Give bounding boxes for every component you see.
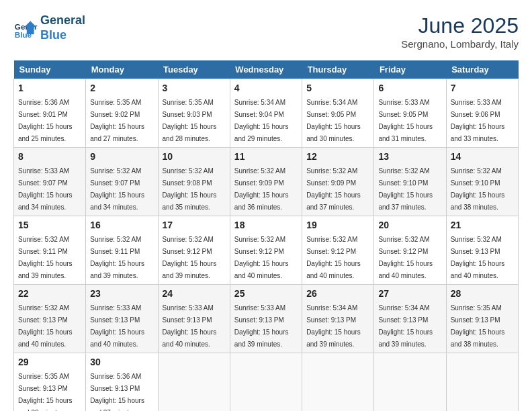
day-number: 7	[451, 83, 514, 93]
day-info: Sunrise: 5:32 AMSunset: 9:12 PMDaylight:…	[163, 236, 217, 279]
table-row: 1 Sunrise: 5:36 AMSunset: 9:01 PMDayligh…	[14, 79, 86, 148]
col-tuesday: Tuesday	[158, 60, 230, 79]
day-info: Sunrise: 5:32 AMSunset: 9:12 PMDaylight:…	[234, 236, 289, 279]
table-row: 8 Sunrise: 5:33 AMSunset: 9:07 PMDayligh…	[14, 148, 86, 216]
table-row: 2 Sunrise: 5:35 AMSunset: 9:02 PMDayligh…	[86, 79, 158, 148]
table-row: 24 Sunrise: 5:33 AMSunset: 9:13 PMDaylig…	[158, 285, 230, 353]
day-number: 20	[378, 220, 441, 230]
table-row: 10 Sunrise: 5:32 AMSunset: 9:08 PMDaylig…	[158, 148, 230, 216]
table-row	[446, 353, 518, 412]
day-number: 25	[234, 288, 298, 299]
table-row	[230, 353, 302, 412]
table-row: 3 Sunrise: 5:35 AMSunset: 9:03 PMDayligh…	[158, 79, 230, 148]
day-number: 30	[90, 357, 153, 367]
logo: General Blue General Blue	[13, 13, 85, 42]
logo-text: General Blue	[40, 13, 85, 42]
page-header: General Blue General Blue June 2025 Serg…	[13, 13, 519, 50]
table-row: 30 Sunrise: 5:36 AMSunset: 9:13 PMDaylig…	[86, 353, 158, 412]
table-row: 14 Sunrise: 5:32 AMSunset: 9:10 PMDaylig…	[446, 148, 518, 216]
day-info: Sunrise: 5:36 AMSunset: 9:13 PMDaylight:…	[90, 373, 144, 411]
col-saturday: Saturday	[446, 60, 518, 79]
table-row: 13 Sunrise: 5:32 AMSunset: 9:10 PMDaylig…	[374, 148, 446, 216]
table-row: 28 Sunrise: 5:35 AMSunset: 9:13 PMDaylig…	[446, 285, 518, 353]
col-monday: Monday	[86, 60, 158, 79]
table-row: 7 Sunrise: 5:33 AMSunset: 9:06 PMDayligh…	[446, 79, 518, 148]
day-info: Sunrise: 5:32 AMSunset: 9:13 PMDaylight:…	[18, 304, 73, 348]
day-number: 5	[306, 83, 369, 93]
day-info: Sunrise: 5:32 AMSunset: 9:09 PMDaylight:…	[306, 167, 361, 211]
day-info: Sunrise: 5:35 AMSunset: 9:02 PMDaylight:…	[90, 99, 144, 142]
table-row: 27 Sunrise: 5:34 AMSunset: 9:13 PMDaylig…	[374, 285, 446, 353]
day-number: 27	[378, 288, 441, 299]
day-info: Sunrise: 5:32 AMSunset: 9:11 PMDaylight:…	[90, 236, 144, 279]
month-title: June 2025	[401, 13, 519, 38]
table-row: 21 Sunrise: 5:32 AMSunset: 9:13 PMDaylig…	[446, 216, 518, 285]
day-info: Sunrise: 5:32 AMSunset: 9:10 PMDaylight:…	[378, 167, 433, 211]
table-row: 17 Sunrise: 5:32 AMSunset: 9:12 PMDaylig…	[158, 216, 230, 285]
table-row: 18 Sunrise: 5:32 AMSunset: 9:12 PMDaylig…	[230, 216, 302, 285]
day-number: 22	[18, 288, 81, 299]
day-number: 16	[90, 220, 153, 230]
table-row: 6 Sunrise: 5:33 AMSunset: 9:05 PMDayligh…	[374, 79, 446, 148]
calendar-week-row: 22 Sunrise: 5:32 AMSunset: 9:13 PMDaylig…	[14, 285, 519, 353]
day-number: 14	[451, 151, 514, 162]
col-thursday: Thursday	[302, 60, 374, 79]
table-row: 29 Sunrise: 5:35 AMSunset: 9:13 PMDaylig…	[14, 353, 86, 412]
day-number: 13	[378, 151, 441, 162]
logo-icon: General Blue	[13, 16, 38, 40]
logo-general: General	[40, 13, 85, 27]
day-info: Sunrise: 5:32 AMSunset: 9:11 PMDaylight:…	[18, 236, 73, 279]
day-info: Sunrise: 5:34 AMSunset: 9:05 PMDaylight:…	[306, 99, 361, 142]
day-info: Sunrise: 5:32 AMSunset: 9:10 PMDaylight:…	[451, 167, 505, 211]
table-row: 15 Sunrise: 5:32 AMSunset: 9:11 PMDaylig…	[14, 216, 86, 285]
table-row: 25 Sunrise: 5:33 AMSunset: 9:13 PMDaylig…	[230, 285, 302, 353]
day-info: Sunrise: 5:32 AMSunset: 9:07 PMDaylight:…	[90, 167, 144, 211]
day-info: Sunrise: 5:32 AMSunset: 9:08 PMDaylight:…	[163, 167, 217, 211]
calendar-week-row: 8 Sunrise: 5:33 AMSunset: 9:07 PMDayligh…	[14, 148, 519, 216]
table-row: 16 Sunrise: 5:32 AMSunset: 9:11 PMDaylig…	[86, 216, 158, 285]
table-row	[302, 353, 374, 412]
day-info: Sunrise: 5:34 AMSunset: 9:13 PMDaylight:…	[306, 304, 361, 348]
day-info: Sunrise: 5:32 AMSunset: 9:13 PMDaylight:…	[451, 236, 505, 279]
day-number: 26	[306, 288, 369, 299]
day-number: 19	[306, 220, 369, 230]
table-row: 9 Sunrise: 5:32 AMSunset: 9:07 PMDayligh…	[86, 148, 158, 216]
table-row: 12 Sunrise: 5:32 AMSunset: 9:09 PMDaylig…	[302, 148, 374, 216]
day-number: 18	[234, 220, 298, 230]
col-friday: Friday	[374, 60, 446, 79]
day-info: Sunrise: 5:36 AMSunset: 9:01 PMDaylight:…	[18, 99, 73, 142]
day-info: Sunrise: 5:33 AMSunset: 9:13 PMDaylight:…	[90, 304, 144, 348]
day-info: Sunrise: 5:33 AMSunset: 9:07 PMDaylight:…	[18, 167, 73, 211]
day-number: 12	[306, 151, 369, 162]
table-row: 20 Sunrise: 5:32 AMSunset: 9:12 PMDaylig…	[374, 216, 446, 285]
table-row: 22 Sunrise: 5:32 AMSunset: 9:13 PMDaylig…	[14, 285, 86, 353]
day-number: 15	[18, 220, 81, 230]
calendar-header-row: Sunday Monday Tuesday Wednesday Thursday…	[14, 60, 519, 79]
day-number: 29	[18, 357, 81, 367]
table-row: 26 Sunrise: 5:34 AMSunset: 9:13 PMDaylig…	[302, 285, 374, 353]
day-info: Sunrise: 5:32 AMSunset: 9:12 PMDaylight:…	[378, 236, 433, 279]
logo-blue: Blue	[40, 28, 66, 42]
table-row	[158, 353, 230, 412]
day-number: 11	[234, 151, 298, 162]
day-info: Sunrise: 5:35 AMSunset: 9:13 PMDaylight:…	[18, 373, 73, 411]
table-row: 11 Sunrise: 5:32 AMSunset: 9:09 PMDaylig…	[230, 148, 302, 216]
day-info: Sunrise: 5:32 AMSunset: 9:09 PMDaylight:…	[234, 167, 289, 211]
day-info: Sunrise: 5:33 AMSunset: 9:05 PMDaylight:…	[378, 99, 433, 142]
table-row: 4 Sunrise: 5:34 AMSunset: 9:04 PMDayligh…	[230, 79, 302, 148]
calendar-table: Sunday Monday Tuesday Wednesday Thursday…	[13, 60, 519, 411]
location: Sergnano, Lombardy, Italy	[401, 38, 519, 50]
day-number: 1	[18, 83, 81, 93]
title-block: June 2025 Sergnano, Lombardy, Italy	[401, 13, 519, 50]
table-row	[374, 353, 446, 412]
col-sunday: Sunday	[14, 60, 86, 79]
day-number: 10	[163, 151, 226, 162]
day-number: 17	[163, 220, 226, 230]
table-row: 5 Sunrise: 5:34 AMSunset: 9:05 PMDayligh…	[302, 79, 374, 148]
day-info: Sunrise: 5:34 AMSunset: 9:04 PMDaylight:…	[234, 99, 289, 142]
col-wednesday: Wednesday	[230, 60, 302, 79]
day-number: 28	[451, 288, 514, 299]
day-number: 23	[90, 288, 153, 299]
day-number: 9	[90, 151, 153, 162]
day-info: Sunrise: 5:34 AMSunset: 9:13 PMDaylight:…	[378, 304, 433, 348]
